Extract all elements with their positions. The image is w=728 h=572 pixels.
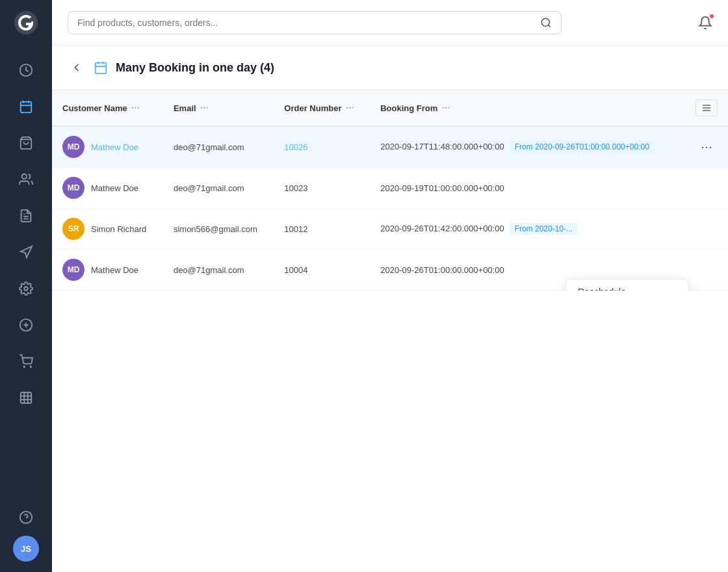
cell-booking-from: 2020-09-17T11:48:00.000+00:00From 2020-0… xyxy=(370,126,682,168)
page-title: Many Booking in one day (4) xyxy=(116,61,274,75)
avatar: MD xyxy=(62,136,84,158)
cell-actions: ⋯ xyxy=(682,126,728,168)
cell-email: simon566@gmail.com xyxy=(163,209,274,250)
sidebar-item-add[interactable] xyxy=(0,307,52,343)
avatar: SR xyxy=(62,218,84,240)
column-menu-button[interactable] xyxy=(696,99,718,116)
cell-booking-from: 2020-09-26T01:42:00.000+00:00From 2020-1… xyxy=(370,209,682,250)
customer-name: Mathew Doe xyxy=(91,183,138,193)
cell-email: deo@71gmail.com xyxy=(163,126,274,168)
sidebar-item-dashboard[interactable] xyxy=(0,52,52,88)
table-body: MDMathew Doedeo@71gmail.com100262020-09-… xyxy=(52,126,728,291)
cell-customer-name: MDMathew Doe xyxy=(52,250,163,291)
cell-customer-name: SRSimon Richard xyxy=(52,209,163,250)
search-button[interactable] xyxy=(540,17,552,29)
col-header-order-number: Order Number ··· xyxy=(274,90,370,126)
cell-customer-name: MDMathew Doe xyxy=(52,168,163,209)
avatar: MD xyxy=(62,259,84,281)
user-avatar[interactable]: JS xyxy=(13,536,39,562)
sidebar-item-customers[interactable] xyxy=(0,161,52,198)
sidebar-logo xyxy=(0,0,52,46)
marketing-icon xyxy=(19,245,33,259)
search-input[interactable] xyxy=(77,18,540,28)
dashboard-icon xyxy=(19,63,33,77)
cell-actions xyxy=(682,209,728,250)
bookings-icon xyxy=(19,99,33,114)
col-header-booking-from: Booking From ··· xyxy=(370,90,682,126)
svg-point-15 xyxy=(30,366,31,367)
calendar-icon xyxy=(94,60,108,75)
svg-rect-25 xyxy=(96,63,107,74)
cell-actions xyxy=(682,250,728,291)
customers-icon xyxy=(19,172,33,187)
avatar: MD xyxy=(62,177,84,199)
cell-customer-name: MDMathew Doe xyxy=(52,126,163,168)
back-button[interactable] xyxy=(68,58,86,77)
sidebar-item-cart[interactable] xyxy=(0,343,52,380)
col-header-actions xyxy=(682,90,728,126)
table-wrap: Customer Name ··· Email ··· xyxy=(52,90,728,291)
booking-tag: From 2020-10-... xyxy=(510,223,578,235)
reports-icon xyxy=(19,209,33,223)
table-icon xyxy=(19,391,33,405)
add-icon xyxy=(19,318,33,332)
cell-order-number[interactable]: 10026 xyxy=(274,126,370,168)
page-header: Many Booking in one day (4) xyxy=(52,46,728,90)
cell-booking-from: 2020-09-19T01:00:00.000+00:00 xyxy=(370,168,682,209)
sidebar-item-marketing[interactable] xyxy=(0,234,52,270)
col-options-customer[interactable]: ··· xyxy=(131,102,140,114)
table-row: MDMathew Doedeo@71gmail.com100262020-09-… xyxy=(52,126,728,168)
search-box[interactable] xyxy=(68,11,562,34)
search-icon xyxy=(540,17,552,29)
sidebar-navigation xyxy=(0,46,52,499)
svg-point-7 xyxy=(22,174,27,179)
orders-icon xyxy=(19,136,33,150)
logo-icon xyxy=(13,10,39,36)
col-options-email[interactable]: ··· xyxy=(200,102,209,114)
svg-point-10 xyxy=(24,287,28,291)
topbar-right xyxy=(698,16,712,30)
table-header: Customer Name ··· Email ··· xyxy=(52,90,728,126)
page-content: Many Booking in one day (4) Customer Nam… xyxy=(52,46,728,572)
cart-icon xyxy=(19,354,33,369)
customer-name: Simon Richard xyxy=(91,224,146,234)
svg-rect-2 xyxy=(21,102,32,113)
table-row: MDMathew Doedeo@71gmail.com100232020-09-… xyxy=(52,168,728,209)
menu-icon xyxy=(701,103,712,113)
table-row: SRSimon Richardsimon566@gmail.com1001220… xyxy=(52,209,728,250)
customer-name[interactable]: Mathew Doe xyxy=(91,142,138,152)
sidebar: JS xyxy=(0,0,52,572)
cell-order-number: 10012 xyxy=(274,209,370,250)
main-content: Many Booking in one day (4) Customer Nam… xyxy=(52,0,728,572)
svg-point-23 xyxy=(541,18,549,26)
notification-badge xyxy=(708,13,715,20)
sidebar-item-orders[interactable] xyxy=(0,125,52,161)
sidebar-item-bookings[interactable] xyxy=(0,88,52,125)
col-options-booking[interactable]: ··· xyxy=(441,102,450,114)
sidebar-item-settings[interactable] xyxy=(0,270,52,307)
customer-name: Mathew Doe xyxy=(91,265,138,275)
row-actions-dropdown: Reschedule Reschedule History Cancel Boo… xyxy=(566,279,689,291)
col-options-order[interactable]: ··· xyxy=(346,102,354,114)
svg-point-14 xyxy=(23,366,25,367)
sidebar-item-reports[interactable] xyxy=(0,198,52,234)
booking-tag: From 2020-09-26T01:00:00.000+00:00 xyxy=(510,141,655,153)
sidebar-item-help[interactable] xyxy=(0,499,52,536)
svg-rect-16 xyxy=(21,393,32,404)
row-menu-button[interactable]: ⋯ xyxy=(696,137,718,157)
topbar xyxy=(52,0,728,46)
cell-order-number: 10004 xyxy=(274,250,370,291)
bookings-table: Customer Name ··· Email ··· xyxy=(52,90,728,291)
notification-button[interactable] xyxy=(698,16,712,30)
sidebar-item-table[interactable] xyxy=(0,380,52,416)
cell-actions xyxy=(682,168,728,209)
col-header-email: Email ··· xyxy=(163,90,274,126)
cell-email: deo@71gmail.com xyxy=(163,168,274,209)
cell-email: deo@71gmail.com xyxy=(163,250,274,291)
col-header-customer-name: Customer Name ··· xyxy=(52,90,163,126)
dropdown-reschedule[interactable]: Reschedule xyxy=(566,280,688,291)
calendar-icon-wrap xyxy=(94,60,108,75)
svg-line-24 xyxy=(548,25,550,27)
sidebar-bottom: JS xyxy=(0,499,52,572)
settings-icon xyxy=(19,281,33,296)
